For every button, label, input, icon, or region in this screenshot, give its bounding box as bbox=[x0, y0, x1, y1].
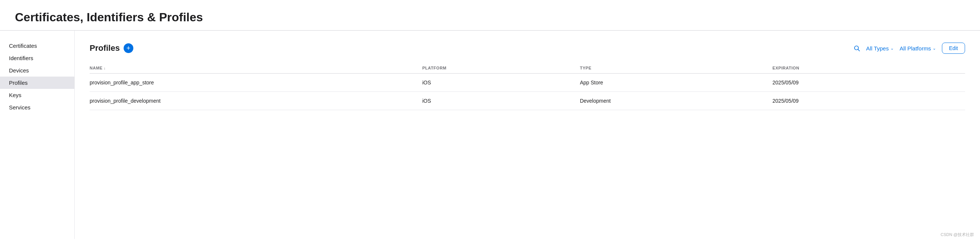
table-row[interactable]: provision_profile_developmentiOSDevelopm… bbox=[90, 92, 965, 110]
cell-expiration: 2025/05/09 bbox=[772, 73, 965, 92]
cell-platform: iOS bbox=[422, 73, 580, 92]
sidebar-item-keys[interactable]: Keys bbox=[0, 89, 74, 101]
cell-type: App Store bbox=[580, 73, 773, 92]
section-title-area: Profiles + bbox=[90, 43, 133, 53]
add-profile-button[interactable]: + bbox=[124, 43, 133, 53]
all-types-chevron-icon: ⌄ bbox=[890, 46, 894, 51]
table-row[interactable]: provision_profile_app_storeiOSApp Store2… bbox=[90, 73, 965, 92]
cell-name: provision_profile_app_store bbox=[90, 73, 422, 92]
col-header-platform: PLATFORM bbox=[422, 63, 580, 73]
header-actions: All Types ⌄ All Platforms ⌄ Edit bbox=[853, 43, 965, 54]
cell-expiration: 2025/05/09 bbox=[772, 92, 965, 110]
cell-type: Development bbox=[580, 92, 773, 110]
profiles-table: NAME↓PLATFORMTYPEEXPIRATION provision_pr… bbox=[90, 63, 965, 110]
all-platforms-label: All Platforms bbox=[900, 45, 931, 51]
content-header: Profiles + All Types ⌄ All Platforms ⌄ bbox=[90, 43, 965, 54]
table-body: provision_profile_app_storeiOSApp Store2… bbox=[90, 73, 965, 110]
search-button[interactable] bbox=[853, 45, 860, 51]
main-content: Profiles + All Types ⌄ All Platforms ⌄ bbox=[75, 30, 980, 239]
all-platforms-chevron-icon: ⌄ bbox=[932, 46, 936, 51]
table-header-row: NAME↓PLATFORMTYPEEXPIRATION bbox=[90, 63, 965, 73]
section-title-text: Profiles bbox=[90, 43, 120, 53]
sidebar-item-certificates[interactable]: Certificates bbox=[0, 40, 74, 52]
cell-name: provision_profile_development bbox=[90, 92, 422, 110]
all-platforms-filter[interactable]: All Platforms ⌄ bbox=[900, 45, 936, 51]
svg-line-1 bbox=[858, 49, 859, 51]
all-types-filter[interactable]: All Types ⌄ bbox=[866, 45, 894, 51]
sidebar-item-identifiers[interactable]: Identifiers bbox=[0, 52, 74, 64]
watermark: CSDN @技术社群 bbox=[941, 232, 974, 237]
col-header-name[interactable]: NAME↓ bbox=[90, 63, 422, 73]
sidebar: CertificatesIdentifiersDevicesProfilesKe… bbox=[0, 30, 75, 239]
all-types-label: All Types bbox=[866, 45, 889, 51]
sort-arrow-icon: ↓ bbox=[104, 66, 106, 70]
page-header: Certificates, Identifiers & Profiles bbox=[0, 0, 980, 30]
layout: CertificatesIdentifiersDevicesProfilesKe… bbox=[0, 30, 980, 239]
col-header-type: TYPE bbox=[580, 63, 773, 73]
col-header-expiration: EXPIRATION bbox=[772, 63, 965, 73]
cell-platform: iOS bbox=[422, 92, 580, 110]
sidebar-item-services[interactable]: Services bbox=[0, 101, 74, 113]
page-title: Certificates, Identifiers & Profiles bbox=[15, 10, 965, 24]
sidebar-item-devices[interactable]: Devices bbox=[0, 64, 74, 76]
search-icon bbox=[853, 45, 860, 51]
edit-button[interactable]: Edit bbox=[942, 43, 965, 54]
table-header: NAME↓PLATFORMTYPEEXPIRATION bbox=[90, 63, 965, 73]
sidebar-item-profiles[interactable]: Profiles bbox=[0, 76, 74, 89]
